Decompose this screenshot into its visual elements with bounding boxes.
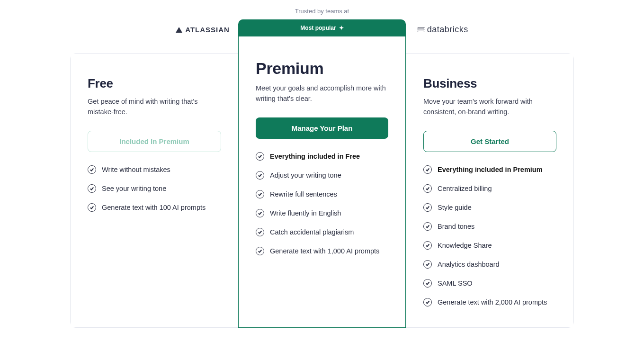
feature-item: Style guide [423,203,556,212]
feature-item: Brand tones [423,222,556,231]
trusted-by-label: Trusted by teams at [0,8,644,15]
plan-features: Write without mistakes See your writing … [88,165,221,212]
sparkle-icon: ✦ [339,25,344,31]
atlassian-icon [176,27,182,33]
check-icon [423,203,432,212]
check-icon [88,184,96,193]
feature-item: Write fluently in English [256,209,388,217]
manage-your-plan-button[interactable]: Manage Your Plan [256,117,388,139]
feature-item: Adjust your writing tone [256,171,388,180]
check-icon [88,203,96,212]
check-icon [256,228,264,236]
feature-item: Centralized billing [423,184,556,193]
plan-name: Business [423,76,556,91]
feature-item: Everything included in Premium [423,165,556,174]
feature-item: Write without mistakes [88,165,221,174]
plan-description: Meet your goals and accomplish more with… [256,83,388,104]
check-icon [256,190,264,198]
logo-atlassian: ATLASSIAN [176,26,230,34]
plan-name: Premium [256,59,388,78]
plan-features: Everything included in Premium Centraliz… [423,165,556,306]
included-in-premium-button: Included In Premium [88,131,221,152]
plan-features: Everything included in Free Adjust your … [256,152,388,255]
check-icon [423,260,432,269]
check-icon [423,241,432,250]
feature-item: SAML SSO [423,279,556,288]
check-icon [423,279,432,288]
feature-item: Rewrite full sentences [256,190,388,198]
pricing-plans: Free Get peace of mind with writing that… [70,53,574,328]
check-icon [423,298,432,306]
feature-item: Knowledge Share [423,241,556,250]
databricks-icon [418,27,424,32]
check-icon [256,152,264,161]
plan-name: Free [88,76,221,91]
plan-free: Free Get peace of mind with writing that… [71,54,238,327]
check-icon [256,209,264,217]
feature-item: Analytics dashboard [423,260,556,269]
feature-item: See your writing tone [88,184,221,193]
feature-item: Generate text with 2,000 AI prompts [423,298,556,306]
feature-item: Generate text with 100 AI prompts [88,203,221,212]
plan-premium: Most popular✦ Premium Meet your goals an… [238,36,406,328]
plan-description: Move your team's work forward with consi… [423,97,556,117]
feature-item: Catch accidental plagiarism [256,228,388,236]
feature-item: Generate text with 1,000 AI prompts [256,247,388,255]
check-icon [423,165,432,174]
most-popular-banner: Most popular✦ [238,19,406,36]
feature-item: Everything included in Free [256,152,388,161]
check-icon [256,247,264,255]
check-icon [423,222,432,231]
check-icon [423,184,432,193]
plan-business: Business Move your team's work forward w… [406,54,573,327]
get-started-button[interactable]: Get Started [423,131,556,152]
logo-databricks: databricks [418,25,468,35]
plan-description: Get peace of mind with writing that's mi… [88,97,220,117]
check-icon [256,171,264,180]
check-icon [88,165,96,174]
